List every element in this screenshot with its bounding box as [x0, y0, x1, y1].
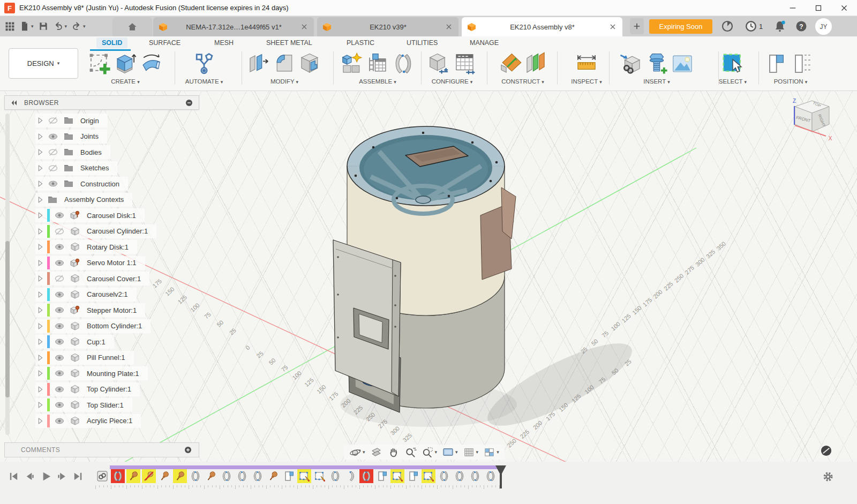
tree-row[interactable]: Mounting Plate:1 [35, 366, 148, 380]
expand-icon[interactable] [35, 242, 45, 252]
timeline-item-joint[interactable] [220, 469, 234, 483]
redo-button[interactable]: ▾ [71, 21, 86, 32]
scrollbar-thumb[interactable] [5, 241, 10, 397]
expand-icon[interactable] [35, 321, 45, 331]
visibility-on-icon[interactable] [54, 289, 65, 300]
visibility-on-icon[interactable] [54, 305, 65, 315]
chevron-down-icon[interactable]: ▾ [455, 450, 458, 455]
joint-icon[interactable] [391, 51, 416, 76]
fillet-icon[interactable] [272, 51, 297, 76]
expand-icon[interactable] [35, 132, 45, 141]
timeline-item-joint[interactable] [468, 469, 482, 483]
visibility-on-icon[interactable] [47, 178, 59, 189]
expand-icon[interactable] [35, 368, 45, 378]
expand-icon[interactable] [35, 258, 45, 268]
ribbon-group-label[interactable]: AUTOMATE ▾ [167, 78, 242, 85]
tree-row[interactable]: Carousel Cover:1 [35, 272, 149, 285]
timeline-item-pin-crossed[interactable] [142, 469, 156, 483]
ribbon-tab-manage[interactable]: MANAGE [464, 37, 504, 49]
app-grid-button[interactable] [4, 21, 15, 32]
chevron-down-icon[interactable]: ▾ [476, 450, 479, 455]
model-assembly[interactable] [333, 126, 516, 412]
expand-icon[interactable] [35, 179, 45, 189]
visibility-on-icon[interactable] [54, 384, 65, 395]
minimize-button[interactable] [780, 0, 806, 16]
visibility-on-icon[interactable] [54, 336, 65, 347]
timeline-item-sketch[interactable] [422, 469, 435, 483]
ribbon-tab-plastic[interactable]: PLASTIC [341, 37, 380, 49]
close-tab-icon[interactable] [445, 22, 453, 31]
visibility-on-icon[interactable] [54, 400, 65, 410]
tree-row[interactable]: Joints [35, 130, 107, 144]
timeline-playhead[interactable] [494, 462, 507, 492]
tree-row[interactable]: Carouselv2:1 [35, 288, 137, 302]
ribbon-group-label[interactable]: CONFIGURE ▾ [415, 78, 490, 85]
tree-row[interactable]: Origin [35, 114, 108, 127]
viewports-button[interactable]: ▾ [481, 446, 501, 458]
measure-icon[interactable] [574, 51, 599, 76]
timeline-item-sketch[interactable] [313, 469, 327, 483]
tree-row[interactable]: Cup:1 [35, 335, 114, 349]
timeline-item-joint[interactable] [251, 469, 265, 483]
timeline-item-pin[interactable] [173, 469, 187, 483]
orbit-button[interactable]: ▾ [347, 446, 367, 458]
tree-row[interactable]: Acrylic Piece:1 [35, 414, 141, 428]
tree-row[interactable]: Carousel Cylinder:1 [35, 224, 156, 238]
document-tab[interactable]: EK210 Assembly v8* [462, 17, 622, 36]
close-tab-icon[interactable] [608, 22, 617, 31]
timeline-item-link[interactable] [95, 469, 109, 483]
visibility-off-icon[interactable] [47, 163, 59, 174]
expand-icon[interactable] [35, 305, 45, 315]
close-tab-icon[interactable] [300, 22, 309, 31]
timeline-item-plane[interactable] [375, 469, 389, 483]
configuration-icon[interactable] [427, 51, 452, 76]
timeline-item-plane[interactable] [406, 469, 420, 483]
timeline-item-pin[interactable] [126, 469, 140, 483]
visibility-on-icon[interactable] [54, 416, 65, 426]
timeline-item-pin[interactable] [204, 469, 218, 483]
account-avatar[interactable]: JY [815, 18, 832, 35]
revolve-icon[interactable] [139, 51, 163, 76]
ribbon-group-label[interactable]: MODIFY ▾ [247, 78, 322, 85]
ribbon-group-label[interactable]: INSPECT ▾ [549, 78, 624, 85]
tree-row[interactable]: Servo Motor 1:1 [35, 256, 145, 270]
visibility-off-icon[interactable] [47, 115, 59, 126]
ribbon-tab-sheet-metal[interactable]: SHEET METAL [261, 37, 318, 49]
zoom-window-button[interactable]: ▾ [419, 446, 440, 458]
tree-row[interactable]: Carousel Disk:1 [35, 208, 145, 222]
browser-header[interactable]: BROWSER [4, 95, 199, 110]
timeline-settings-gear-icon[interactable] [822, 470, 835, 483]
zoom-button[interactable] [402, 446, 419, 458]
select-icon[interactable] [720, 51, 745, 76]
look-at-button[interactable] [368, 446, 385, 458]
pan-button[interactable] [385, 446, 402, 458]
joint-table-icon[interactable] [365, 51, 390, 76]
document-tab[interactable]: NEMA-17.312e…1e449f65 v1* [153, 17, 314, 36]
tree-row[interactable]: Bottom Cylinder:1 [35, 319, 151, 333]
model-carousel-floor[interactable] [364, 139, 488, 199]
timeline-item-joint-single[interactable] [344, 469, 358, 483]
comments-panel[interactable]: COMMENTS [4, 442, 199, 457]
chevron-down-icon[interactable]: ▾ [31, 24, 34, 29]
chevron-down-icon[interactable]: ▾ [435, 450, 438, 455]
tree-row[interactable]: Construction [35, 177, 128, 191]
midplane-icon[interactable] [523, 51, 548, 76]
maximize-button[interactable] [806, 0, 831, 16]
expand-icon[interactable] [35, 290, 45, 299]
visibility-on-icon[interactable] [54, 210, 65, 221]
collapse-panel-icon[interactable] [10, 99, 19, 107]
timeline-item-joint[interactable] [359, 469, 373, 483]
automate-icon[interactable] [192, 51, 216, 76]
visibility-on-icon[interactable] [54, 258, 65, 268]
create-sketch-icon[interactable] [87, 51, 112, 76]
insert-derive-icon[interactable] [619, 51, 643, 76]
ribbon-group-label[interactable]: CREATE ▾ [88, 78, 163, 85]
offset-plane-icon[interactable] [498, 51, 522, 76]
timeline-item-sketch[interactable] [390, 469, 404, 483]
document-tab[interactable]: EK210 v39* [317, 17, 458, 36]
combine-icon[interactable] [298, 51, 322, 76]
tree-row[interactable]: Top Cylinder:1 [35, 382, 140, 396]
model-side-flap[interactable] [501, 187, 516, 239]
timeline-item-joint[interactable] [111, 469, 125, 483]
chevron-down-icon[interactable]: ▾ [497, 450, 499, 455]
